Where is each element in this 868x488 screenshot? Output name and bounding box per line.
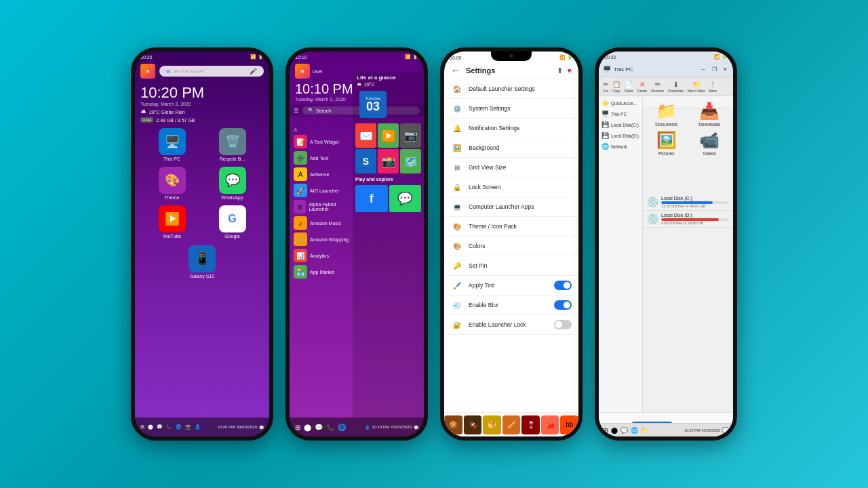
taskbar-icon-2-5[interactable]: 🌐	[338, 424, 346, 431]
share-icon[interactable]: ⬆	[557, 66, 563, 75]
phone-1-search[interactable]: G Say "OK Google" 🎤	[159, 66, 264, 77]
photos-tile[interactable]: 📸	[378, 149, 399, 174]
minimize-button[interactable]: ─	[699, 66, 707, 73]
list-item[interactable]: 🎨 Theme	[144, 167, 199, 200]
camera-tile[interactable]: 📷	[400, 123, 421, 148]
setting-theme-icon-pack[interactable]: 🎨 Theme / Icon Pack	[444, 217, 578, 237]
wifi-icon-3: 📶	[559, 55, 566, 60]
circle-icon[interactable]: ⬤	[148, 424, 153, 430]
list-item[interactable]: G Google	[205, 205, 260, 239]
setting-apply-tint[interactable]: 🖌️ Apply Tint	[444, 276, 578, 296]
list-item[interactable]: ▶️ YouTube	[144, 205, 199, 239]
play-explore-label: Play and explore	[353, 175, 424, 184]
phone-icon-2[interactable]: 📞	[326, 424, 334, 431]
list-item[interactable]: A AdSense	[290, 166, 357, 182]
setting-grid-view[interactable]: ⊞ Grid View Size	[444, 158, 578, 178]
favorite-icon[interactable]: ♥	[567, 66, 572, 75]
disk-c[interactable]: 💿 Local Disk (C:) 11.67 GB free of 49.91…	[643, 194, 733, 211]
taskbar-icon-5[interactable]: 🌐	[176, 424, 182, 430]
whatsapp-tile[interactable]: 💬	[389, 185, 422, 212]
phone-1-status-bar: 10:20 📶 🔋	[135, 52, 269, 62]
documents-folder-label: Documents	[655, 122, 677, 127]
folder-videos[interactable]: 📹 Videos	[690, 131, 730, 156]
setting-computer-apps[interactable]: 💻 Computer Launcher Apps	[444, 197, 578, 217]
setting-notification[interactable]: 🔔 Notification Settings	[444, 119, 578, 138]
cut-button[interactable]: ✂Cut	[603, 81, 608, 93]
list-item[interactable]: 🗑️ Recycle B...	[205, 128, 260, 161]
list-item[interactable]: ➕ Add Text	[290, 150, 357, 166]
disk-d[interactable]: 💿 Local Disk (D:) 4.62 GB free of 29.80 …	[643, 211, 733, 228]
phone-3-camera	[509, 54, 513, 58]
restore-button[interactable]: ❒	[710, 66, 718, 73]
taskbar-notif-2[interactable]: 💬	[414, 425, 418, 430]
setting-default-launcher[interactable]: 🏠 Default Launcher Settings	[444, 79, 578, 99]
facebook-tile[interactable]: f	[355, 185, 388, 212]
alpha-hybrid-icon: α	[294, 200, 306, 214]
list-item[interactable]: 📝 A Text Widget	[290, 134, 357, 150]
taskbar-icon-7[interactable]: 👤	[195, 424, 201, 430]
list-item[interactable]: 🛒 Amazon Shopping	[290, 231, 357, 247]
setting-system[interactable]: ⚙️ System Settings	[444, 99, 578, 119]
setting-enable-blur[interactable]: 💨 Enable Blur	[444, 296, 578, 315]
apply-tint-toggle[interactable]	[554, 281, 572, 290]
taskbar-icon-4-2[interactable]: 💬	[620, 427, 628, 434]
windows-icon-2[interactable]: ⊞	[295, 424, 300, 431]
windows-icon-4[interactable]: ⊞	[603, 427, 608, 434]
gmail-tile[interactable]: ✉️	[355, 123, 376, 148]
taskbar-icon-3[interactable]: 💬	[157, 424, 163, 430]
list-item[interactable]: 🏪 App Market	[290, 264, 357, 280]
sidebar-item-local-d[interactable]: 💾 Local Disk(D:)	[599, 130, 642, 141]
setting-set-pin[interactable]: 🔑 Set Pin	[444, 256, 578, 276]
taskbar-icon-4-3[interactable]: 🌐	[631, 427, 638, 434]
launcher-lock-toggle[interactable]	[554, 320, 572, 329]
paste-button[interactable]: 📄Paste	[625, 81, 633, 93]
copy-button[interactable]: 📋Copy	[612, 81, 620, 93]
folder-documents[interactable]: 📁 Documents	[647, 102, 686, 127]
delete-button[interactable]: ✕Delete	[637, 81, 647, 93]
close-button[interactable]: ✕	[721, 66, 729, 73]
phone-4-time: 10:32	[604, 55, 616, 60]
taskbar-icon-4-4[interactable]: 📁	[641, 427, 648, 434]
phone-icon[interactable]: 📞	[166, 424, 172, 430]
taskbar-notif-4[interactable]: 💬	[722, 427, 729, 434]
sidebar-item-network[interactable]: 🌐 Network	[599, 141, 642, 152]
enable-blur-toggle[interactable]	[554, 300, 572, 310]
wifi-icon-4: 📶	[714, 54, 720, 60]
ad-close[interactable]: ✕	[572, 415, 577, 421]
setting-launcher-lock[interactable]: 🔐 Enable Launcher Lock	[444, 315, 578, 335]
circle-icon-2[interactable]: ⬤	[304, 424, 311, 431]
list-item[interactable]: 📊 Analytics	[290, 247, 357, 264]
taskbar-notif-icon[interactable]: 💬	[259, 425, 264, 430]
list-item[interactable]: 💬 WhatsApp	[205, 167, 260, 200]
windows-icon[interactable]: ⊞	[140, 424, 144, 430]
new-folder-button[interactable]: 📁New Folder	[688, 81, 705, 93]
taskbar-icon-2-3[interactable]: 💬	[315, 424, 323, 431]
section-letter-a: A	[290, 126, 357, 134]
folder-downloads[interactable]: 📥 Downloads	[690, 102, 730, 127]
folder-pictures[interactable]: 🖼️ Pictures	[647, 131, 686, 156]
more-button[interactable]: ⋮More	[709, 81, 717, 93]
sidebar-item-this-pc[interactable]: 🖥️ This PC	[599, 108, 642, 119]
play-tile[interactable]: ▶️	[378, 123, 399, 148]
sidebar-item-quick-access[interactable]: ⭐ Quick Acce...	[599, 98, 642, 108]
sidebar-item-local-c[interactable]: 💾 Local Disk(C:)	[599, 119, 642, 130]
maps-tile[interactable]: 🗺️	[400, 149, 421, 174]
default-launcher-icon: 🏠	[451, 83, 463, 95]
galaxy-s10-item[interactable]: 📱 Galaxy S10	[135, 243, 269, 281]
setting-background[interactable]: 🖼️ Background	[444, 138, 578, 158]
hamburger-icon[interactable]: ≡	[294, 106, 298, 115]
skype-tile[interactable]: S	[355, 149, 376, 174]
rename-button[interactable]: ✏Rename	[651, 81, 664, 93]
back-button[interactable]: ←	[451, 65, 460, 76]
list-item[interactable]: 🚀 AIO Launcher	[290, 182, 357, 199]
taskbar-icon-4-1[interactable]: ⬤	[611, 427, 618, 434]
setting-lock-screen[interactable]: 🔒 Lock Screen	[444, 178, 578, 197]
list-item[interactable]: ♪ Amazon Music	[290, 215, 357, 231]
list-item[interactable]: α Alpha Hybrid Launcher	[290, 199, 357, 215]
taskbar-icon-6[interactable]: 📸	[185, 424, 191, 430]
a-text-widget-label: A Text Widget	[310, 140, 339, 144]
taskbar-time-2: 10:10 PM	[372, 425, 389, 429]
properties-button[interactable]: ℹProperties	[668, 81, 684, 93]
list-item[interactable]: 🖥️ This PC	[144, 128, 199, 161]
setting-colors[interactable]: 🎨 Colors	[444, 237, 578, 256]
